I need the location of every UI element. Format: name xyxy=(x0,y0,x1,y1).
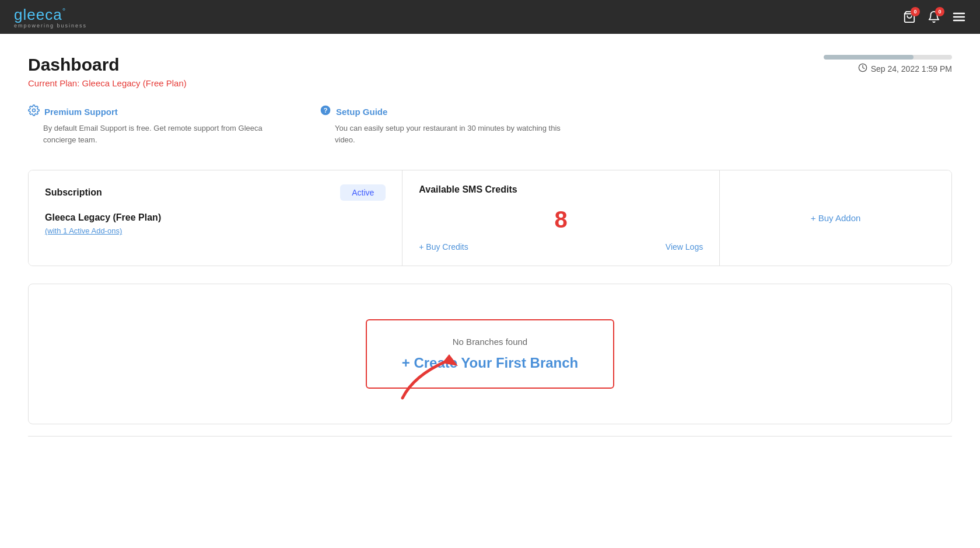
sms-card-title: Available SMS Credits xyxy=(419,184,517,195)
branches-section: No Branches found + Create Your First Br… xyxy=(28,284,952,424)
bottom-divider xyxy=(28,436,952,437)
sms-links: + Buy Credits View Logs xyxy=(419,242,703,252)
premium-support-title[interactable]: Premium Support xyxy=(44,107,118,117)
topnav-icons: 0 0 xyxy=(903,10,966,24)
sms-card-header: Available SMS Credits xyxy=(419,184,703,195)
subscription-plan-name: Gleeca Legacy (Free Plan) xyxy=(45,212,386,223)
progress-bar-container xyxy=(824,55,952,60)
subscription-card-title: Subscription xyxy=(45,187,102,198)
clock-icon xyxy=(858,63,867,74)
bell-badge: 0 xyxy=(935,7,944,16)
logo-container: gleeca° empowering business xyxy=(14,6,87,29)
subscription-card-header: Subscription Active xyxy=(45,184,386,201)
datetime-row: Sep 24, 2022 1:59 PM xyxy=(858,63,952,74)
addon-card: + Buy Addon xyxy=(720,170,951,266)
setup-guide-title-row: ? Setup Guide xyxy=(320,104,576,119)
active-badge: Active xyxy=(340,184,386,201)
cart-badge: 0 xyxy=(911,7,920,16)
premium-support-icon xyxy=(28,104,40,119)
logo-super: ° xyxy=(62,6,66,16)
setup-guide-title[interactable]: Setup Guide xyxy=(336,107,387,117)
cards-row: Subscription Active Gleeca Legacy (Free … xyxy=(28,170,952,266)
sms-count: 8 xyxy=(419,207,703,233)
page-title: Dashboard xyxy=(28,55,120,75)
bell-button[interactable]: 0 xyxy=(928,11,940,23)
support-section: Premium Support By default Email Support… xyxy=(28,104,952,151)
progress-bar-fill xyxy=(824,55,914,60)
svg-text:?: ? xyxy=(323,106,327,114)
topnav: gleeca° empowering business 0 0 xyxy=(0,0,980,34)
logo-text: gleeca° xyxy=(14,6,66,24)
logo-name: gleeca xyxy=(14,6,62,23)
setup-guide-desc: You can easily setup your restaurant in … xyxy=(320,123,576,145)
subscription-addons[interactable]: (with 1 Active Add-ons) xyxy=(45,226,386,235)
datetime-text: Sep 24, 2022 1:59 PM xyxy=(871,64,952,74)
setup-guide-item: ? Setup Guide You can easily setup your … xyxy=(320,104,576,145)
setup-guide-icon: ? xyxy=(320,104,331,119)
buy-addon-link[interactable]: + Buy Addon xyxy=(811,213,861,223)
cart-button[interactable]: 0 xyxy=(903,11,916,23)
menu-button[interactable] xyxy=(952,10,966,24)
red-arrow xyxy=(397,351,473,404)
main-content: Dashboard Sep 24, 2022 1:59 PM Current P… xyxy=(0,34,980,548)
sms-card: Available SMS Credits 8 + Buy Credits Vi… xyxy=(402,170,720,266)
current-plan[interactable]: Current Plan: Gleeca Legacy (Free Plan) xyxy=(28,78,952,88)
premium-support-title-row: Premium Support xyxy=(28,104,285,119)
header-right: Sep 24, 2022 1:59 PM xyxy=(824,55,952,74)
subscription-card: Subscription Active Gleeca Legacy (Free … xyxy=(29,170,402,266)
premium-support-item: Premium Support By default Email Support… xyxy=(28,104,285,145)
buy-credits-link[interactable]: + Buy Credits xyxy=(419,242,468,252)
view-logs-link[interactable]: View Logs xyxy=(666,242,703,252)
header-row: Dashboard Sep 24, 2022 1:59 PM xyxy=(28,55,952,75)
logo-sub: empowering business xyxy=(14,23,87,29)
arrow-container xyxy=(397,351,473,406)
svg-point-5 xyxy=(33,109,36,112)
svg-marker-8 xyxy=(442,354,458,366)
no-branches-text: No Branches found xyxy=(453,337,527,347)
premium-support-desc: By default Email Support is free. Get re… xyxy=(28,123,285,145)
